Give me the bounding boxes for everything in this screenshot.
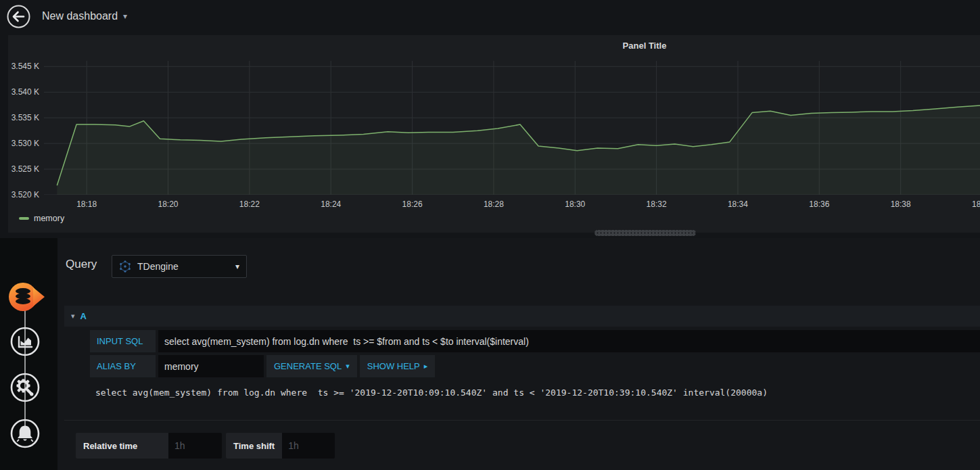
query-row-header[interactable]: ▾ A — [64, 306, 980, 327]
top-navbar: New dashboard ▾ — [0, 0, 980, 32]
x-tick: 18:28 — [477, 199, 511, 209]
x-tick: 18:22 — [233, 199, 266, 209]
legend-label: memory — [34, 214, 64, 223]
chart-plot-area[interactable] — [44, 61, 980, 195]
y-tick: 3.540 K — [8, 87, 39, 97]
query-ref-id: A — [80, 311, 87, 321]
alias-by-row: ALIAS BY GENERATE SQL ▾ SHOW HELP ▸ — [90, 355, 980, 377]
memory-line-chart — [44, 61, 980, 195]
x-tick: 18:20 — [151, 199, 185, 209]
panel-title[interactable]: Panel Title — [623, 41, 667, 51]
x-tick: 18:26 — [396, 199, 429, 209]
caret-down-icon: ▾ — [346, 362, 350, 371]
visualization-tab chart-icon[interactable] — [10, 327, 40, 356]
alert-tab bell-icon[interactable] — [10, 419, 40, 448]
y-tick: 3.545 K — [8, 61, 39, 72]
x-tick: 18:30 — [558, 199, 592, 209]
time-shift-label: Time shift — [226, 433, 282, 459]
dashboard-title-caret-icon[interactable]: ▾ — [123, 11, 127, 21]
caret-right-icon: ▸ — [424, 362, 428, 371]
general-tab gear-wrench-icon[interactable] — [10, 373, 40, 402]
legend-swatch — [19, 217, 29, 220]
generate-sql-button[interactable]: GENERATE SQL ▾ — [266, 355, 357, 377]
queries-tab database-icon[interactable] — [7, 281, 45, 312]
input-sql-label: INPUT SQL — [90, 330, 156, 352]
x-tick: 18:34 — [721, 199, 755, 209]
datasource-caret-icon: ▾ — [235, 262, 239, 271]
y-tick: 3.535 K — [8, 112, 39, 123]
y-tick: 3.525 K — [8, 164, 39, 174]
datasource-name: TDengine — [137, 261, 179, 272]
graph-panel: Panel Title 3.520 K3.525 K3.530 K3.535 K… — [8, 35, 980, 233]
tab-connector-line — [24, 296, 26, 433]
panel-resize-handle[interactable] — [594, 230, 696, 236]
x-tick: 18:32 — [640, 199, 674, 209]
query-section-label: Query — [66, 258, 97, 271]
input-sql-field[interactable] — [158, 330, 980, 352]
back-button[interactable] — [7, 5, 30, 28]
collapse-caret-icon: ▾ — [71, 312, 75, 321]
y-tick: 3.520 K — [8, 189, 39, 200]
alias-by-field[interactable] — [158, 355, 264, 377]
x-tick: 18:40 — [965, 199, 980, 209]
time-shift-group: Time shift — [226, 433, 335, 459]
show-help-button[interactable]: SHOW HELP ▸ — [360, 355, 436, 377]
input-sql-row: INPUT SQL — [90, 330, 980, 352]
relative-time-group: Relative time — [76, 433, 222, 459]
query-editor-pane: Query TDengine ▾ ▾ A INPUT SQL ALIAS BY — [57, 238, 980, 470]
x-tick: 18:36 — [802, 199, 836, 209]
tdengine-logo-icon — [119, 260, 131, 273]
time-shift-input[interactable] — [282, 433, 335, 459]
panel-editor: Query TDengine ▾ ▾ A INPUT SQL ALIAS BY — [0, 238, 980, 470]
x-tick: 18:38 — [884, 199, 918, 209]
generated-sql-preview: select avg(mem_system) from log.dn where… — [90, 382, 980, 403]
arrow-left-icon — [14, 12, 24, 21]
datasource-picker[interactable]: TDengine ▾ — [112, 255, 247, 278]
relative-time-input[interactable] — [168, 433, 222, 459]
relative-time-label: Relative time — [76, 433, 168, 459]
time-options-section: Relative time Time shift — [64, 420, 980, 421]
dashboard-title[interactable]: New dashboard — [42, 10, 118, 22]
editor-tab-strip — [0, 238, 57, 470]
legend-item-memory[interactable]: memory — [19, 214, 64, 223]
alias-by-label: ALIAS BY — [90, 355, 156, 377]
y-tick: 3.530 K — [8, 138, 39, 149]
x-tick: 18:18 — [70, 199, 103, 209]
x-tick: 18:24 — [314, 199, 348, 209]
